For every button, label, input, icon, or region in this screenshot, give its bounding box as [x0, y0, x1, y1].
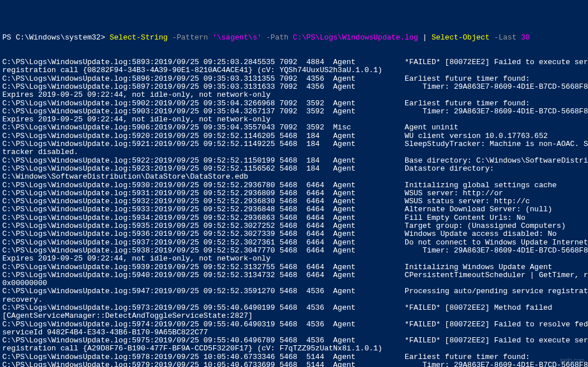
output-line: C:\PS\Logs\WindowsUpdate.log:5938:2019/0…: [2, 247, 586, 255]
param-path: -Path: [262, 33, 293, 42]
output-line: C:\PS\Logs\WindowsUpdate.log:5936:2019/0…: [2, 230, 586, 238]
output-line: C:\PS\Logs\WindowsUpdate.log:5937:2019/0…: [2, 239, 586, 247]
output-line: C:\PS\Logs\WindowsUpdate.log:5897:2019/0…: [2, 83, 586, 91]
output-line: C:\PS\Logs\WindowsUpdate.log:5940:2019/0…: [2, 271, 586, 279]
output-line: registration call {A29D8F76-B190-477F-BF…: [2, 345, 586, 353]
output-line: 0x00000000: [2, 279, 586, 287]
output-line: C:\PS\Logs\WindowsUpdate.log:5932:2019/0…: [2, 198, 586, 206]
output-line: C:\PS\Logs\WindowsUpdate.log:5931:2019/0…: [2, 190, 586, 198]
output-line: C:\PS\Logs\WindowsUpdate.log:5923:2019/0…: [2, 165, 586, 173]
ps-prompt: PS C:\Windows\system32>: [2, 33, 109, 42]
output-line: C:\PS\Logs\WindowsUpdate.log:5974:2019/0…: [2, 321, 586, 329]
output-line: C:\PS\Logs\WindowsUpdate.log:5930:2019/0…: [2, 181, 586, 190]
pipe: |: [418, 33, 432, 42]
output-line: Expires 2019-09-25 09:22:44, not idle-on…: [2, 116, 586, 124]
output-line: C:\PS\Logs\WindowsUpdate.log:5906:2019/0…: [2, 124, 586, 132]
output-block: C:\PS\Logs\WindowsUpdate.log:5893:2019/0…: [2, 58, 586, 367]
output-line: Expires 2019-09-25 09:22:44, not idle-on…: [2, 255, 586, 263]
output-line: C:\PS\Logs\WindowsUpdate.log:5902:2019/0…: [2, 100, 586, 108]
output-line: tracker disabled.: [2, 148, 586, 156]
watermark: sxdn.com: [560, 357, 585, 364]
output-line: C:\PS\Logs\WindowsUpdate.log:5896:2019/0…: [2, 75, 586, 83]
output-line: C:\PS\Logs\WindowsUpdate.log:5920:2019/0…: [2, 132, 586, 140]
output-line: registration call {08282F94-34B3-4A39-90…: [2, 66, 586, 74]
output-line: C:\PS\Logs\WindowsUpdate.log:5893:2019/0…: [2, 58, 586, 66]
output-line: C:\Windows\SoftwareDistribution\DataStor…: [2, 173, 586, 181]
output-line: serviceId 9482F4B4-E343-43B6-B170-9A65BC…: [2, 329, 586, 337]
terminal-window[interactable]: PS C:\Windows\system32> Select-String -P…: [2, 34, 586, 367]
output-line: recovery.: [2, 296, 586, 304]
arg-pattern: '\sagent\s': [213, 33, 262, 42]
output-line: [CAgentServiceManager::DetectAndToggleSe…: [2, 312, 586, 320]
output-line: C:\PS\Logs\WindowsUpdate.log:5939:2019/0…: [2, 263, 586, 271]
output-line: C:\PS\Logs\WindowsUpdate.log:5903:2019/0…: [2, 108, 586, 116]
command-line: PS C:\Windows\system32> Select-String -P…: [2, 34, 586, 42]
cmdlet-select-string: Select-String: [109, 33, 167, 42]
output-line: C:\PS\Logs\WindowsUpdate.log:5933:2019/0…: [2, 206, 586, 214]
arg-last: 30: [521, 33, 530, 42]
output-line: C:\PS\Logs\WindowsUpdate.log:5921:2019/0…: [2, 140, 586, 148]
output-line: C:\PS\Logs\WindowsUpdate.log:5947:2019/0…: [2, 287, 586, 295]
output-line: Expires 2019-09-25 09:22:44, not idle-on…: [2, 91, 586, 99]
output-line: C:\PS\Logs\WindowsUpdate.log:5975:2019/0…: [2, 337, 586, 345]
output-line: C:\PS\Logs\WindowsUpdate.log:5922:2019/0…: [2, 157, 586, 165]
output-line: C:\PS\Logs\WindowsUpdate.log:5935:2019/0…: [2, 222, 586, 230]
cmdlet-select-object: Select-Object: [432, 33, 489, 42]
output-line: C:\PS\Logs\WindowsUpdate.log:5934:2019/0…: [2, 214, 586, 222]
output-line: C:\PS\Logs\WindowsUpdate.log:5973:2019/0…: [2, 304, 586, 312]
arg-path: C:\PS\Logs\WindowsUpdate.log: [293, 33, 418, 42]
param-pattern: -Pattern: [168, 33, 213, 42]
output-line: C:\PS\Logs\WindowsUpdate.log:5979:2019/0…: [2, 361, 586, 367]
output-line: C:\PS\Logs\WindowsUpdate.log:5978:2019/0…: [2, 353, 586, 361]
param-last: -Last: [489, 33, 521, 42]
